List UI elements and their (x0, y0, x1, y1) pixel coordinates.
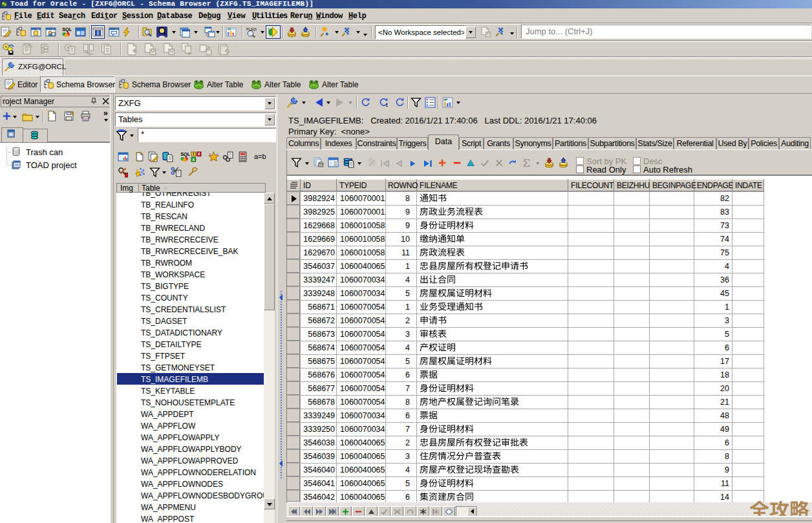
svg-text:PLSQL: PLSQL (246, 27, 257, 31)
svg-text:SQL: SQL (180, 151, 190, 157)
svg-text:SQL: SQL (62, 27, 72, 32)
